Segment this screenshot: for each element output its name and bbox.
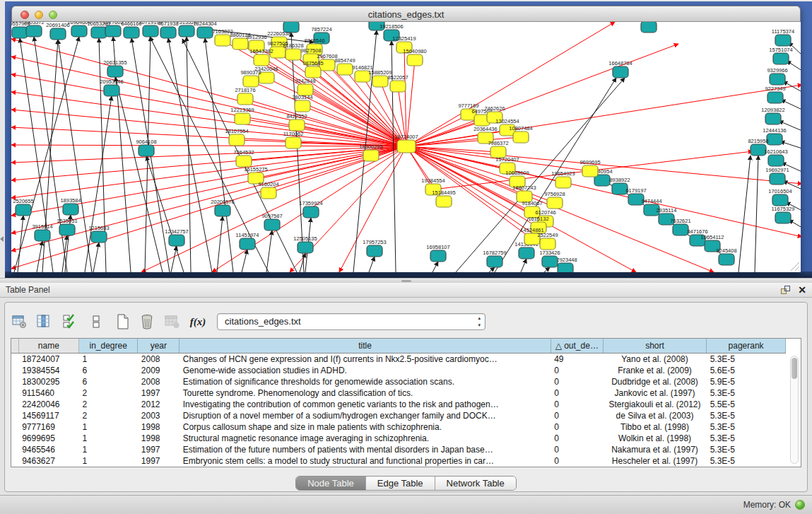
cell-year[interactable]: 1998 [138,421,180,433]
collapse-panel-arrow-icon[interactable] [0,236,4,242]
cell-name[interactable]: 18300295 [18,376,78,387]
graph-edge[interactable] [11,92,406,146]
cell-name[interactable]: 14569117 [18,410,78,421]
graph-edge[interactable] [406,146,801,237]
graph-edge[interactable] [171,246,177,272]
cell-name[interactable]: 22420046 [18,399,78,410]
graph-node[interactable]: 17359924 [299,200,322,218]
cell-title[interactable]: Disruption of a novel member of a sodium… [180,410,551,421]
column-header-name[interactable]: name [18,339,78,353]
graph-node[interactable]: 2718176 [235,87,255,105]
table-scrollbar-thumb[interactable] [792,358,797,379]
cell-pagerank[interactable]: 5.3E-5 [707,444,786,455]
column-header-pagerank[interactable]: pagerank [707,339,786,353]
graph-node[interactable]: 9064108 [136,139,156,156]
graph-edge[interactable] [433,262,438,272]
table-scrollbar[interactable] [790,356,799,464]
cell-title[interactable]: Estimation of significance thresholds fo… [180,376,551,387]
graph-node[interactable]: 1527602 [102,22,123,37]
select-column-icon[interactable] [35,313,53,331]
graph-edge[interactable] [489,267,495,272]
cell-in_degree[interactable]: 1 [79,353,138,365]
cell-out_degree[interactable]: 0 [551,444,603,455]
table-row[interactable]: 1938455462009Genome-wide association stu… [11,365,786,376]
graph-node[interactable]: 1535051 [57,218,77,235]
cell-title[interactable]: Corpus callosum shape and size in male p… [180,421,551,433]
graph-edge[interactable] [780,141,801,148]
graph-node[interactable]: 11451974 [236,232,259,250]
cell-year[interactable]: 1997 [138,444,180,455]
cell-title[interactable]: Structural magnetic resonance image aver… [180,433,551,444]
delete-table-icon[interactable] [138,313,156,331]
graph-edge[interactable] [18,216,23,272]
cell-pagerank[interactable]: 5.6E-5 [707,365,786,376]
cell-name[interactable]: 19384554 [18,365,78,376]
graph-edge[interactable] [269,146,406,193]
table-source-dropdown[interactable]: citations_edges.txt ▴▾ [217,313,486,330]
graph-node[interactable]: 9242848 [295,78,315,95]
graph-node[interactable]: 9875685 [302,60,323,78]
network-window-titlebar[interactable]: citations_edges.txt [11,6,801,22]
graph-node[interactable]: 12342757 [165,228,188,246]
graph-edge[interactable] [406,44,678,146]
graph-node[interactable]: 2520655 [13,198,33,216]
function-builder-icon[interactable]: f(x) [189,313,207,331]
graph-node[interactable]: 1405572 [23,22,44,37]
table-settings-icon[interactable] [11,313,29,331]
graph-node[interactable]: 11175374 [772,28,794,46]
cell-year[interactable]: 2003 [138,410,180,421]
cell-in_degree[interactable]: 2 [79,399,138,410]
graph-node[interactable]: 4671938 [158,22,178,38]
graph-edge[interactable] [37,241,42,272]
graph-node[interactable]: 20691406 [46,22,69,40]
cell-pagerank[interactable]: 5.3E-5 [707,433,786,444]
graph-node[interactable]: 15640980 [403,48,426,66]
graph-node[interactable]: 12505135 [293,235,317,253]
graph-node[interactable]: 11675329 [772,206,795,223]
graph-edge[interactable] [146,156,184,272]
cell-short[interactable]: de Silva et al. (2003) [603,410,706,421]
graph-node[interactable]: 9329966 [767,67,787,85]
graph-node[interactable]: 18107554 [225,128,248,146]
graph-edge[interactable] [521,259,526,272]
cell-out_degree[interactable]: 0 [551,399,603,410]
cell-name[interactable]: 9463627 [18,455,78,467]
cell-in_degree[interactable]: 1 [79,421,138,433]
cell-year[interactable]: 2008 [138,353,180,365]
graph-node[interactable]: 7986372 [488,140,508,158]
cell-year[interactable]: 1997 [138,455,180,467]
graph-edge[interactable] [245,99,406,146]
new-table-icon[interactable] [114,313,132,331]
cell-title[interactable]: Tourette syndrome. Phenomenology and cla… [180,387,551,399]
cell-name[interactable]: 9465546 [18,444,78,455]
cell-in_degree[interactable]: 1 [79,433,138,444]
graph-node[interactable]: 12213369 [230,107,254,124]
cell-year[interactable]: 2009 [138,365,180,376]
graph-edge[interactable] [755,156,758,272]
cell-title[interactable]: Embryonic stem cells: a model to study s… [180,455,551,467]
graph-node[interactable]: 18724007 [394,134,418,153]
cell-pagerank[interactable]: 5.3E-5 [707,421,786,433]
graph-edge[interactable] [242,250,247,272]
graph-edge[interactable] [739,156,751,272]
graph-edge[interactable] [93,243,99,272]
cell-title[interactable]: Changes of HCN gene expression and I(f) … [180,353,551,365]
cell-pagerank[interactable]: 5.3E-5 [707,353,786,365]
network-canvas[interactable]: 9557904140557220691406169646041065328715… [11,22,801,272]
graph-node[interactable]: 15751074 [769,47,792,64]
row-height-icon[interactable] [87,313,105,331]
float-panel-icon[interactable] [780,285,791,296]
memory-status-indicator[interactable] [795,500,805,510]
cell-short[interactable]: Franke et al. (2009) [603,365,706,376]
graph-node[interactable]: 17016504 [768,188,792,206]
cell-title[interactable]: Estimation of the future numbers of pati… [180,444,551,455]
cell-out_degree[interactable]: 0 [551,410,603,421]
column-header-short[interactable]: short [603,339,706,353]
cell-year[interactable]: 1997 [138,387,180,399]
cell-name[interactable]: 9699695 [18,433,78,444]
cell-title[interactable]: Investigating the contribution of common… [180,399,551,410]
graph-node[interactable]: 9699695 [579,159,600,177]
table-row[interactable]: 1456911722003Disruption of a novel membe… [11,410,786,421]
graph-node[interactable]: 8522057 [387,74,408,92]
cell-name[interactable]: 9115460 [18,387,78,399]
